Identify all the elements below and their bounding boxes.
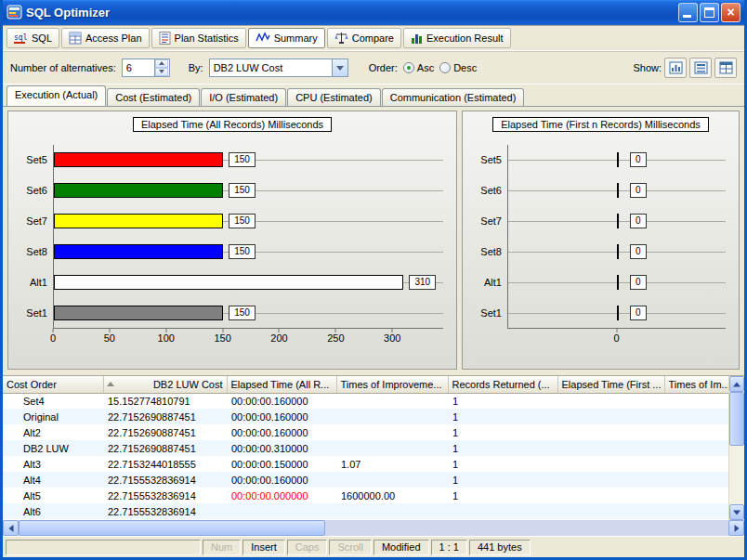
- show-chart-button[interactable]: [664, 58, 687, 78]
- close-icon: ×: [722, 4, 740, 21]
- tab-cost-estimated[interactable]: Cost (Estimated): [107, 88, 200, 106]
- horizontal-scrollbar[interactable]: [3, 520, 744, 536]
- title-bar[interactable]: SQL Optimizer ×: [3, 0, 744, 25]
- show-both-button[interactable]: [714, 58, 737, 78]
- tab-execution-actual[interactable]: Execution (Actual): [7, 85, 106, 106]
- toolbar-execution-result-button[interactable]: Execution Result: [403, 28, 511, 48]
- order-desc-radio[interactable]: Desc: [439, 62, 477, 73]
- toolbar-label: SQL: [32, 33, 52, 44]
- x-tick-label: 0: [50, 332, 56, 344]
- cell: [336, 503, 448, 519]
- toolbar-access-plan-button[interactable]: Access Plan: [61, 28, 150, 48]
- cell: [664, 393, 728, 409]
- toolbar-summary-button[interactable]: Summary: [248, 28, 325, 48]
- toolbar-plan-statistics-button[interactable]: Plan Statistics: [151, 28, 246, 48]
- column-header[interactable]: Elapsed Time (First ...: [557, 376, 664, 393]
- bar-set5: [617, 152, 619, 167]
- cell: 1: [448, 472, 557, 488]
- column-header[interactable]: Records Returned (...: [448, 376, 557, 393]
- plan-statistics-icon: [159, 32, 171, 45]
- table-row[interactable]: Alt222.715269088745100:00:00.1600001: [3, 424, 728, 440]
- x-tick-label: 250: [327, 332, 344, 344]
- desc-label: Desc: [453, 62, 477, 73]
- scroll-up-button[interactable]: [729, 376, 744, 392]
- scroll-right-button[interactable]: [728, 520, 744, 536]
- cell: [664, 424, 728, 440]
- table-row[interactable]: DB2 LUW22.715269088745100:00:00.3100001: [3, 440, 728, 456]
- app-icon: [7, 5, 22, 20]
- cell: 00:00:00.310000: [227, 440, 336, 456]
- category-label: Alt1: [466, 267, 507, 298]
- cell: 22.7155532836914: [103, 472, 227, 488]
- order-asc-radio[interactable]: Asc: [403, 62, 434, 73]
- column-header-label: DB2 LUW Cost: [153, 379, 223, 390]
- spinner-up-button[interactable]: [155, 59, 168, 68]
- scroll-left-button[interactable]: [3, 520, 19, 536]
- column-header-label: Times of Improveme...: [341, 379, 442, 390]
- minimize-button[interactable]: [678, 3, 698, 22]
- minimize-icon: [683, 15, 691, 18]
- table-row[interactable]: Alt522.715553283691400:00:00.00000016000…: [3, 488, 728, 503]
- horizontal-scroll-track[interactable]: [19, 520, 728, 536]
- cell: 22.7155532836914: [103, 488, 227, 503]
- toolbar-label: Summary: [274, 33, 318, 44]
- summary-tab-strip: Execution (Actual) Cost (Estimated) I/O …: [3, 85, 744, 106]
- vertical-scroll-thumb[interactable]: [729, 392, 744, 446]
- show-grid-button[interactable]: [689, 58, 712, 78]
- results-table: Cost OrderDB2 LUW CostElapsed Time (All …: [3, 376, 728, 519]
- table-row[interactable]: Original22.715269088745100:00:00.1600001: [3, 409, 728, 424]
- status-441-bytes: 441 bytes: [469, 540, 531, 555]
- horizontal-scroll-thumb[interactable]: [19, 520, 325, 536]
- bar-set6: [617, 183, 619, 198]
- toolbar-sql-button[interactable]: sql SQL: [7, 28, 59, 48]
- chevron-down-icon[interactable]: [332, 59, 347, 76]
- chart-plot: 150150150150310150: [53, 145, 443, 329]
- chart-category-labels: Set5Set6Set7Set8Alt1Set1: [466, 145, 507, 345]
- tab-communication-estimated[interactable]: Communication (Estimated): [382, 88, 525, 106]
- by-dropdown[interactable]: DB2 LUW Cost: [209, 59, 348, 77]
- chart-title: Elapsed Time (First n Records) Milliseco…: [492, 117, 709, 132]
- cell: [664, 440, 728, 456]
- results-grid-area: Cost OrderDB2 LUW CostElapsed Time (All …: [3, 375, 744, 520]
- order-label: Order:: [369, 62, 398, 73]
- scales-icon: [334, 32, 348, 45]
- bar-set8: [617, 244, 619, 259]
- cell: [557, 488, 664, 503]
- alternatives-input[interactable]: [123, 59, 154, 76]
- tab-cpu-estimated[interactable]: CPU (Estimated): [287, 88, 381, 106]
- table-row[interactable]: Alt422.715553283691400:00:00.1600001: [3, 472, 728, 488]
- table-row[interactable]: Alt622.7155532836914: [3, 503, 728, 519]
- cell: 1.07: [336, 456, 448, 472]
- alternatives-label: Number of alternatives:: [10, 62, 116, 73]
- cell: [448, 503, 557, 519]
- table-row[interactable]: Alt322.715324401855500:00:00.1500001.071: [3, 456, 728, 472]
- cell: [664, 488, 728, 503]
- column-header[interactable]: Cost Order: [3, 376, 103, 393]
- toolbar-compare-button[interactable]: Compare: [327, 28, 401, 48]
- tab-io-estimated[interactable]: I/O (Estimated): [201, 88, 286, 106]
- vertical-scrollbar[interactable]: [728, 376, 744, 520]
- column-header[interactable]: Times of Improveme...: [336, 376, 448, 393]
- scroll-down-button[interactable]: [729, 504, 744, 520]
- column-header[interactable]: Elapsed Time (All R...: [227, 376, 336, 393]
- spinner-down-button[interactable]: [155, 68, 168, 76]
- x-tick-label: 50: [104, 332, 115, 344]
- bar-set5: [54, 152, 223, 167]
- vertical-scroll-track[interactable]: [729, 392, 744, 504]
- category-label: Set8: [466, 237, 507, 267]
- value-label: 0: [630, 152, 647, 167]
- column-header[interactable]: DB2 LUW Cost: [103, 376, 227, 393]
- cell: [664, 503, 728, 519]
- value-label: 150: [229, 183, 256, 198]
- column-header[interactable]: Times of Im...: [664, 376, 728, 393]
- close-button[interactable]: ×: [721, 3, 740, 22]
- cell: 1: [448, 409, 557, 424]
- controls-row: Number of alternatives: By: DB2 LUW Cost…: [3, 51, 744, 85]
- status-items: NumInsertCapsScrollModified1 : 1441 byte…: [203, 540, 531, 555]
- row-label-cell: Alt6: [3, 503, 103, 519]
- table-row[interactable]: Set415.15277481079100:00:00.1600001: [3, 393, 728, 409]
- bar-set7: [617, 214, 619, 228]
- cell: 00:00:00.000000: [227, 488, 336, 503]
- cell: [664, 456, 728, 472]
- maximize-button[interactable]: [700, 3, 719, 22]
